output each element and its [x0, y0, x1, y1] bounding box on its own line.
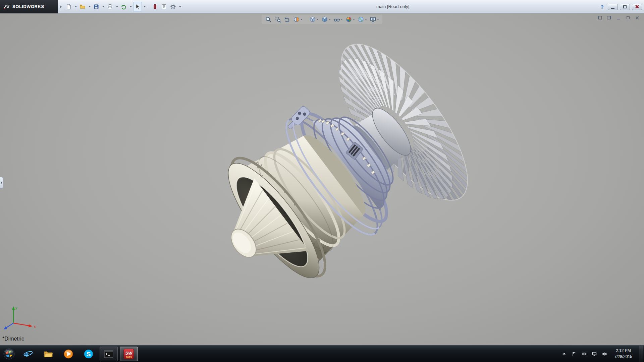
- open-dropdown[interactable]: [87, 2, 92, 11]
- apply-scene-button[interactable]: [357, 15, 368, 23]
- titlebar-toolbar: [64, 2, 182, 11]
- display-network-icon: [592, 351, 597, 357]
- select-button[interactable]: [133, 2, 142, 11]
- feature-manager-collapsed-tab[interactable]: [0, 177, 3, 188]
- display-style-button[interactable]: [321, 15, 331, 23]
- view-settings-button[interactable]: [369, 15, 380, 23]
- taskbar: e S: [0, 345, 644, 362]
- undo-icon: [121, 4, 127, 10]
- jet-engine-model[interactable]: [179, 26, 489, 324]
- start-button[interactable]: [0, 346, 18, 362]
- taskbar-media-player[interactable]: [59, 347, 77, 361]
- command-prompt-icon: [103, 349, 114, 359]
- apply-scene-caret: [365, 19, 367, 20]
- print-dropdown[interactable]: [115, 2, 119, 11]
- zoom-to-area-button[interactable]: [274, 15, 282, 23]
- section-view-icon: [293, 16, 300, 23]
- edit-appearance-button[interactable]: [345, 15, 356, 23]
- options-dropdown[interactable]: [178, 2, 182, 11]
- skype-icon: S: [83, 349, 94, 359]
- y-axis-label: y: [15, 306, 17, 310]
- appearance-ball-icon: [345, 16, 352, 23]
- speaker-icon: [602, 351, 607, 357]
- view-orientation-button[interactable]: [309, 15, 319, 23]
- save-dropdown[interactable]: [101, 2, 105, 11]
- document-minimize-button[interactable]: [615, 15, 622, 20]
- display-style-icon: [321, 16, 328, 23]
- save-icon: [93, 4, 99, 10]
- save-button[interactable]: [92, 2, 101, 11]
- edit-appearance-caret: [353, 19, 355, 20]
- chevron-up-icon: [561, 351, 567, 357]
- document-restore-button[interactable]: [625, 15, 631, 20]
- minimize-button[interactable]: [608, 4, 618, 10]
- menu-expander-icon[interactable]: [60, 5, 62, 8]
- pane-left-icon: [598, 16, 602, 19]
- view-settings-caret: [377, 19, 379, 20]
- taskbar-clock[interactable]: 2:12 PM 7/28/2015: [611, 348, 636, 360]
- internet-explorer-icon: e: [23, 349, 34, 359]
- print-button[interactable]: [106, 2, 114, 11]
- taskbar-skype[interactable]: S: [79, 347, 98, 361]
- doc-close-icon: [636, 16, 639, 20]
- maximize-icon: [623, 5, 627, 8]
- svg-text:SW: SW: [125, 351, 133, 356]
- print-icon: [107, 4, 113, 10]
- minimize-icon: [611, 8, 614, 9]
- undo-button[interactable]: [119, 2, 128, 11]
- doc-restore-icon: [627, 16, 630, 19]
- select-dropdown[interactable]: [142, 2, 147, 11]
- display-pane-button[interactable]: [606, 15, 612, 20]
- taskbar-internet-explorer[interactable]: e: [19, 347, 37, 361]
- new-document-dropdown[interactable]: [73, 2, 78, 11]
- section-view-button[interactable]: [292, 15, 303, 23]
- show-desktop-button[interactable]: [639, 346, 643, 362]
- heads-up-view-toolbar: [262, 15, 382, 24]
- taskbar-solidworks[interactable]: SW 2015: [120, 347, 138, 361]
- solidworks-window: SOLIDWORKS: [0, 0, 644, 362]
- maximize-button[interactable]: [620, 4, 630, 10]
- action-center-button[interactable]: [571, 349, 578, 359]
- file-properties-button[interactable]: [160, 2, 168, 11]
- system-tray: 2:12 PM 7/28/2015: [561, 346, 644, 362]
- x-axis-label: x: [34, 324, 36, 328]
- glasses-icon: [333, 16, 340, 23]
- close-button[interactable]: [632, 4, 642, 10]
- titlebar: SOLIDWORKS: [0, 0, 644, 13]
- svg-text:S: S: [87, 351, 91, 358]
- help-button[interactable]: ?: [598, 4, 606, 10]
- brand-name: SOLIDWORKS: [12, 4, 44, 9]
- hidden-icons-button[interactable]: [561, 349, 568, 359]
- options-button[interactable]: [169, 2, 177, 11]
- clock-time: 2:12 PM: [614, 348, 632, 354]
- new-document-button[interactable]: [64, 2, 73, 11]
- taskbar-command-prompt[interactable]: [100, 347, 118, 361]
- network-status-button[interactable]: [591, 349, 598, 359]
- previous-view-button[interactable]: [283, 15, 291, 23]
- taskbar-windows-explorer[interactable]: [39, 347, 57, 361]
- flag-icon: [572, 351, 577, 357]
- view-cube-icon: [309, 16, 316, 23]
- reference-triad[interactable]: y x: [2, 299, 39, 333]
- doc-minimize-icon: [617, 19, 620, 20]
- 3d-viewport[interactable]: y x *Dimetric: [0, 13, 644, 345]
- section-view-caret: [301, 19, 303, 20]
- zoom-to-fit-button[interactable]: [264, 15, 272, 23]
- hide-show-items-button[interactable]: [333, 15, 343, 23]
- display-style-caret: [329, 19, 331, 20]
- feature-manager-pane-button[interactable]: [596, 15, 603, 20]
- graphics-area[interactable]: [0, 13, 644, 345]
- document-window-controls: [596, 15, 641, 20]
- power-status-button[interactable]: [581, 349, 588, 359]
- select-arrow-icon: [135, 4, 141, 10]
- undo-dropdown[interactable]: [128, 2, 133, 11]
- rebuild-icon: [152, 4, 158, 10]
- open-button[interactable]: [78, 2, 87, 11]
- document-close-button[interactable]: [634, 15, 641, 20]
- previous-view-icon: [284, 16, 290, 23]
- rebuild-button[interactable]: [151, 2, 159, 11]
- window-title: main [Read-only]: [376, 4, 409, 9]
- folder-icon: [43, 349, 54, 359]
- volume-button[interactable]: [601, 349, 608, 359]
- view-orientation-label: *Dimetric: [2, 336, 24, 342]
